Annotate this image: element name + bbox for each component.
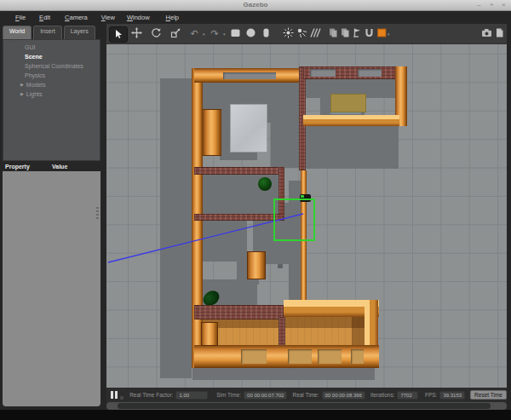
undo-history-dropdown[interactable]: ▾ bbox=[203, 32, 205, 37]
point-light-button[interactable] bbox=[281, 27, 295, 41]
menu-view[interactable]: View bbox=[101, 14, 115, 21]
spot-light-icon bbox=[296, 26, 307, 42]
fps-label: FPS: bbox=[425, 392, 437, 398]
property-table-body[interactable] bbox=[3, 171, 100, 406]
redo-button[interactable]: ↷ bbox=[208, 27, 221, 41]
copy-icon bbox=[328, 26, 339, 42]
tab-world[interactable]: World bbox=[3, 26, 32, 39]
value-column: Value bbox=[52, 163, 67, 171]
insert-cylinder-button[interactable] bbox=[259, 27, 273, 41]
scale-tool-button[interactable] bbox=[169, 27, 182, 41]
menu-file[interactable]: File bbox=[15, 14, 26, 21]
redo-icon: ↷ bbox=[210, 28, 218, 40]
title-bar: Gazebo – + × bbox=[0, 0, 511, 11]
pane-splitter-handle[interactable] bbox=[96, 207, 99, 221]
cursor-icon bbox=[113, 27, 123, 43]
menu-camera[interactable]: Camera bbox=[65, 14, 88, 21]
world-tree: GUI Scene Spherical Coordinates Physics … bbox=[3, 39, 100, 161]
tree-item-scene[interactable]: Scene bbox=[25, 54, 43, 60]
tree-item-gui[interactable]: GUI bbox=[25, 44, 35, 50]
viewport-toolbar: ↶ ▾ ↷ ▾ bbox=[106, 24, 507, 44]
insert-sphere-button[interactable] bbox=[244, 27, 257, 41]
sun-icon bbox=[283, 26, 294, 42]
spot-light-button[interactable] bbox=[295, 27, 308, 41]
tree-item-physics[interactable]: Physics bbox=[25, 72, 45, 78]
tree-item-spherical-coordinates[interactable]: Spherical Coordinates bbox=[25, 63, 83, 69]
redo-history-dropdown[interactable]: ▾ bbox=[223, 32, 226, 37]
property-table-header: Property Value bbox=[3, 163, 100, 171]
menu-bar: File Edit Camera View Window Help bbox=[0, 11, 511, 24]
step-button[interactable] bbox=[120, 396, 123, 400]
pause-button[interactable] bbox=[111, 391, 118, 399]
undo-icon: ↶ bbox=[190, 28, 198, 40]
scrollbar-handle[interactable] bbox=[118, 403, 491, 409]
select-tool-button[interactable] bbox=[109, 26, 128, 43]
directional-light-icon bbox=[310, 26, 321, 42]
flag-icon bbox=[352, 26, 363, 42]
maximize-button[interactable]: + bbox=[490, 0, 494, 10]
selection-box bbox=[273, 198, 315, 241]
rotate-icon bbox=[151, 26, 162, 42]
cylinder-icon bbox=[261, 26, 272, 42]
log-document-icon bbox=[494, 26, 505, 42]
undo-button[interactable]: ↶ bbox=[187, 27, 201, 41]
reset-time-button[interactable]: Reset Time bbox=[470, 390, 507, 400]
close-button[interactable]: × bbox=[502, 0, 506, 10]
paste-icon bbox=[340, 26, 351, 42]
sim-time-label: Sim Time: bbox=[216, 392, 241, 398]
window-bottom-edge bbox=[0, 410, 511, 420]
snap-tool-button[interactable] bbox=[362, 27, 376, 41]
screenshot-button[interactable] bbox=[479, 27, 493, 41]
robot-marker bbox=[301, 195, 304, 198]
orange-cube-icon bbox=[376, 26, 388, 42]
3d-viewport[interactable] bbox=[106, 44, 507, 388]
menu-edit[interactable]: Edit bbox=[39, 14, 50, 21]
fps-value: 39.3153 bbox=[439, 391, 465, 400]
move-icon bbox=[131, 26, 142, 42]
minimize-button[interactable]: – bbox=[477, 0, 480, 10]
iterations-value: 7702 bbox=[397, 391, 418, 400]
sidebar-tabs: World Insert Layers bbox=[3, 26, 95, 39]
menu-window[interactable]: Window bbox=[127, 14, 150, 21]
rtf-label: Real Time Factor: bbox=[129, 392, 173, 398]
menu-help[interactable]: Help bbox=[166, 14, 179, 21]
data-logger-button[interactable] bbox=[492, 27, 506, 41]
tab-insert[interactable]: Insert bbox=[33, 26, 62, 39]
iterations-label: Iterations: bbox=[370, 392, 395, 398]
scale-icon bbox=[170, 26, 181, 42]
real-time-label: Real Time: bbox=[292, 392, 319, 398]
magnet-icon bbox=[364, 26, 375, 42]
sim-time-value: 00 00:00:07.702 bbox=[244, 391, 287, 400]
translate-tool-button[interactable] bbox=[129, 27, 143, 41]
rtf-value[interactable]: 1.00 bbox=[175, 391, 208, 400]
tree-item-models[interactable]: Models bbox=[20, 82, 45, 88]
insert-model-button[interactable] bbox=[375, 27, 388, 41]
status-bar: Real Time Factor: 1.00 Sim Time: 00 00:0… bbox=[106, 388, 507, 402]
camera-icon bbox=[481, 26, 492, 42]
insert-box-button[interactable] bbox=[228, 27, 242, 41]
box-icon bbox=[230, 26, 241, 42]
rotate-tool-button[interactable] bbox=[149, 27, 163, 41]
insert-model-dropdown[interactable]: ▾ bbox=[388, 32, 390, 37]
real-time-value: 00 00:00:08.366 bbox=[322, 391, 365, 400]
horizontal-scrollbar[interactable] bbox=[106, 402, 507, 410]
window-title: Gazebo bbox=[0, 0, 511, 10]
tab-layers[interactable]: Layers bbox=[64, 26, 95, 39]
gazebo-window: Gazebo – + × File Edit Camera View Windo… bbox=[0, 0, 511, 420]
property-column: Property bbox=[5, 163, 52, 171]
tree-item-lights[interactable]: Lights bbox=[20, 91, 43, 97]
directional-light-button[interactable] bbox=[308, 27, 322, 41]
sphere-icon bbox=[245, 26, 256, 42]
